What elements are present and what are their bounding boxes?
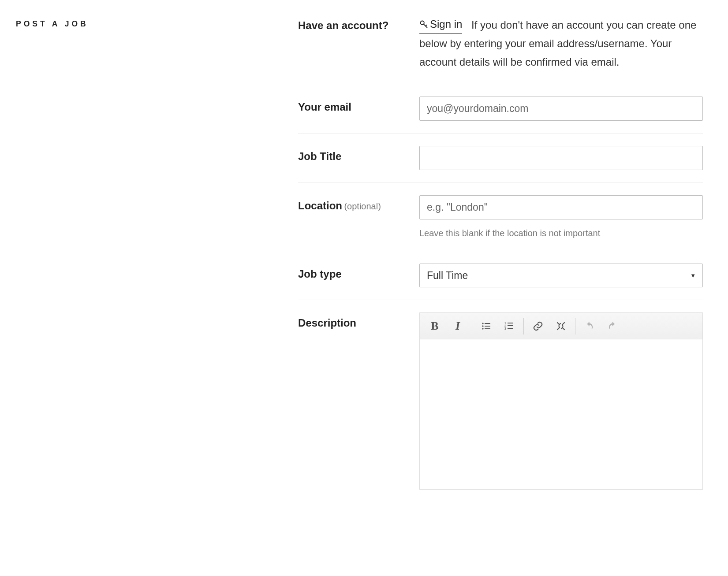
svg-line-15	[557, 328, 559, 330]
svg-rect-12	[508, 328, 513, 329]
account-text-block: Sign in If you don't have an account you…	[419, 15, 703, 71]
job-type-select[interactable]: Full Time	[419, 264, 703, 287]
svg-point-3	[482, 325, 483, 327]
svg-rect-10	[508, 325, 513, 326]
svg-text:3: 3	[504, 327, 506, 330]
italic-button[interactable]: I	[447, 316, 468, 336]
remove-link-button[interactable]	[550, 316, 571, 336]
svg-rect-6	[485, 328, 490, 329]
svg-point-5	[482, 328, 483, 329]
link-icon	[533, 321, 543, 331]
row-location: Location (optional) Leave this blank if …	[298, 183, 703, 251]
svg-rect-8	[508, 323, 513, 323]
email-input[interactable]	[419, 97, 703, 121]
job-title-input[interactable]	[419, 146, 703, 170]
redo-button[interactable]	[602, 316, 623, 336]
undo-icon	[584, 321, 595, 331]
label-col-account: Have an account?	[298, 15, 419, 32]
undo-button[interactable]	[579, 316, 600, 336]
bold-button[interactable]: B	[424, 316, 445, 336]
field-col-account: Sign in If you don't have an account you…	[419, 15, 703, 71]
toolbar-separator	[523, 318, 524, 334]
svg-line-14	[563, 328, 564, 330]
job-title-label: Job Title	[298, 150, 341, 162]
field-col-job-title	[419, 146, 703, 170]
description-editor-body[interactable]	[420, 339, 702, 489]
sign-in-link[interactable]: Sign in	[419, 15, 462, 34]
toolbar-separator	[575, 318, 575, 334]
bulleted-list-icon	[481, 321, 492, 331]
numbered-list-button[interactable]: 1 2 3	[499, 316, 520, 336]
form-column: Have an account? Sign in If you don't	[298, 13, 703, 502]
insert-link-button[interactable]	[527, 316, 549, 336]
account-label: Have an account?	[298, 19, 388, 31]
job-type-label: Job type	[298, 268, 342, 280]
description-label: Description	[298, 317, 356, 329]
field-col-email	[419, 97, 703, 121]
job-type-select-wrap: Full Time ▼	[419, 264, 703, 287]
row-job-type: Job type Full Time ▼	[298, 251, 703, 300]
label-col-email: Your email	[298, 97, 419, 113]
label-col-job-type: Job type	[298, 264, 419, 280]
page: POST A JOB Have an account?	[0, 0, 728, 515]
row-description: Description B I	[298, 300, 703, 502]
two-column-layout: POST A JOB Have an account?	[16, 13, 715, 502]
unlink-icon	[556, 321, 566, 331]
bulleted-list-button[interactable]	[476, 316, 497, 336]
page-title: POST A JOB	[16, 13, 298, 29]
location-optional-text: (optional)	[344, 201, 381, 211]
editor-toolbar: B I	[420, 313, 702, 339]
svg-line-16	[563, 323, 564, 324]
field-col-description: B I	[419, 312, 703, 490]
toolbar-separator	[472, 318, 472, 334]
row-job-title: Job Title	[298, 134, 703, 183]
svg-rect-4	[485, 326, 490, 327]
location-input[interactable]	[419, 195, 703, 219]
field-col-job-type: Full Time ▼	[419, 264, 703, 287]
rich-text-editor: B I	[419, 312, 703, 490]
svg-line-13	[557, 323, 559, 324]
sign-in-link-text: Sign in	[430, 15, 462, 33]
label-col-location: Location (optional)	[298, 195, 419, 212]
field-col-location: Leave this blank if the location is not …	[419, 195, 703, 238]
label-col-description: Description	[298, 312, 419, 329]
row-account: Have an account? Sign in If you don't	[298, 13, 703, 84]
svg-rect-2	[485, 323, 490, 324]
numbered-list-icon: 1 2 3	[504, 321, 515, 331]
redo-icon	[607, 321, 618, 331]
location-hint: Leave this blank if the location is not …	[419, 228, 703, 238]
email-label: Your email	[298, 101, 351, 113]
label-col-job-title: Job Title	[298, 146, 419, 163]
key-icon	[419, 20, 428, 29]
row-email: Your email	[298, 84, 703, 134]
svg-point-1	[482, 323, 483, 324]
side-column: POST A JOB	[16, 13, 298, 29]
location-label: Location	[298, 200, 342, 212]
